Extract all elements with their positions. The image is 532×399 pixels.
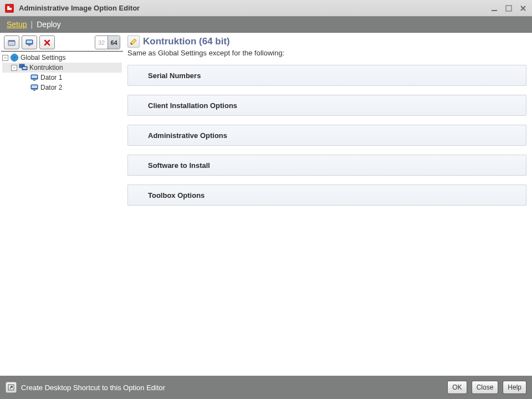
tab-setup[interactable]: Setup [6, 18, 28, 31]
svg-rect-1 [492, 10, 497, 11]
globe-icon [10, 53, 19, 62]
section-label: Software to Install [148, 161, 210, 170]
bitness-toggle: 32 64 [95, 35, 120, 49]
page-subtitle: Same as Global Settings except for the f… [127, 49, 526, 57]
solidworks-logo-icon [4, 3, 14, 13]
close-button[interactable] [519, 4, 528, 13]
add-machine-button[interactable] [22, 35, 37, 49]
svg-rect-2 [506, 6, 511, 11]
tree-node-machine-dator2[interactable]: Dator 2 [2, 83, 122, 93]
svg-rect-16 [32, 85, 37, 88]
section-label: Toolbox Options [148, 191, 204, 200]
minimize-button[interactable] [490, 4, 499, 13]
ok-button[interactable]: OK [447, 381, 467, 394]
svg-rect-7 [28, 45, 30, 46]
window-title: Administrative Image Option Editor [19, 4, 490, 12]
create-shortcut-link[interactable]: Create Desktop Shortcut to this Option E… [21, 383, 443, 392]
bit-64-button[interactable]: 64 [108, 36, 120, 49]
add-group-button[interactable] [4, 35, 19, 49]
tree-label: Dator 2 [40, 83, 62, 93]
sidebar-toolbar: 32 64 [1, 33, 123, 52]
tree-collapse-icon[interactable]: − [2, 55, 8, 61]
svg-rect-14 [33, 80, 35, 81]
machine-group-icon [19, 63, 28, 72]
footer: Create Desktop Shortcut to this Option E… [0, 376, 532, 399]
help-button[interactable]: Help [503, 381, 526, 394]
section-administrative-options[interactable]: Administrative Options [127, 125, 526, 146]
settings-tree: − Global Settings − Kontruktion [0, 52, 124, 376]
section-label: Client Installation Options [148, 101, 237, 110]
tab-separator: | [31, 20, 33, 29]
svg-rect-11 [23, 67, 27, 69]
delete-button[interactable] [39, 35, 55, 49]
tab-strip: Setup | Deploy [0, 17, 532, 32]
page-title: Kontruktion (64 bit) [143, 36, 230, 47]
maximize-button[interactable] [504, 4, 513, 13]
edit-icon[interactable] [127, 35, 140, 48]
tree-collapse-icon[interactable]: − [11, 65, 17, 71]
svg-rect-17 [33, 90, 35, 91]
tree-node-global-settings[interactable]: − Global Settings [2, 53, 122, 63]
close-footer-button[interactable]: Close [472, 381, 499, 394]
svg-rect-6 [27, 40, 32, 43]
tree-label: Dator 1 [40, 73, 62, 83]
svg-rect-13 [32, 75, 37, 78]
section-software-to-install[interactable]: Software to Install [127, 155, 526, 176]
machine-icon [30, 73, 39, 82]
tree-label: Global Settings [21, 53, 65, 63]
titlebar: Administrative Image Option Editor [0, 0, 532, 17]
main-content: Kontruktion (64 bit) Same as Global Sett… [124, 33, 532, 376]
sidebar: 32 64 − Global Settings − Kon [0, 33, 124, 376]
bit-32-button[interactable]: 32 [95, 36, 108, 49]
shortcut-icon[interactable] [6, 382, 17, 393]
content-header: Kontruktion (64 bit) [127, 35, 526, 48]
tree-label: Kontruktion [29, 63, 63, 73]
tree-node-machine-dator1[interactable]: Dator 1 [2, 73, 122, 83]
svg-rect-4 [8, 40, 15, 42]
tree-node-group-kontruktion[interactable]: − Kontruktion [2, 63, 122, 73]
section-serial-numbers[interactable]: Serial Numbers [127, 65, 526, 86]
section-label: Administrative Options [148, 131, 227, 140]
section-toolbox-options[interactable]: Toolbox Options [127, 185, 526, 206]
section-client-installation-options[interactable]: Client Installation Options [127, 95, 526, 116]
machine-icon [30, 83, 39, 92]
tab-deploy[interactable]: Deploy [35, 18, 62, 31]
section-label: Serial Numbers [148, 71, 201, 80]
